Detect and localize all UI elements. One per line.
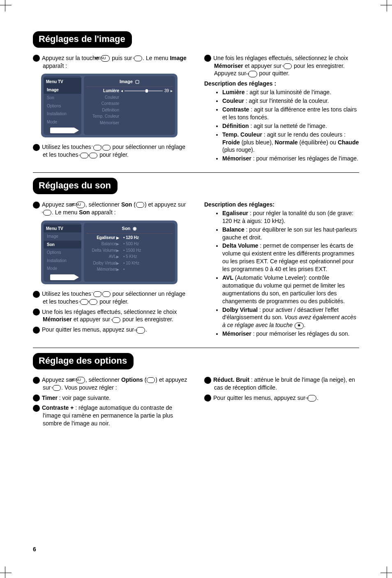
step-number-3-icon: 3 [33,309,40,316]
osd-row-value: • 500 Hz [121,241,173,247]
osd-left-item: Image [44,232,81,241]
text: pour quitter. [258,70,290,77]
text: et appuyer sur [243,63,283,69]
osd-left-item: Installation [44,110,81,118]
right-button-icon: › [53,385,61,391]
down-button-icon: ˅ [147,377,155,383]
osd-row-label: Contraste [86,101,121,107]
step-number-1-icon: 1 [33,377,40,384]
text-bold: Réduct. Bruit [213,376,249,383]
right-button-icon: › [284,63,292,69]
sound-step-3: 3Une fois les réglages effectués, sélect… [33,308,188,324]
osd-left-item: Options [44,102,81,110]
crop-mark [0,5,12,5]
page-number: 6 [33,546,36,553]
list-item: Lumière : agit sur la luminosité de l'im… [222,88,359,96]
list-item: Définition : agit sur la netteté de l'im… [222,122,359,130]
left-button-icon: ‹ [80,153,88,158]
osd-right-title: Image ▢ [86,78,173,87]
sound-step-1: 1Appuyez sur MENU, sélectionner Son (˅) … [33,201,188,216]
osd-row-label: Delta Volume▶ [86,248,121,253]
osd-row-label: AVL▶ [86,254,121,260]
osd-slider: ◂39▸ [121,88,173,94]
step-number-2-icon: 2 [33,395,40,402]
text: . [317,395,318,401]
list-item: Mémoriser : pour mémoriser les réglages … [222,155,359,162]
down-button-icon: ˅ [136,202,144,208]
text: pour les enregistrer. [121,316,173,323]
options-step-5: 5Pour quitter les menus, appuyez sur ▭. [204,394,359,402]
right-button-icon: › [43,210,51,216]
text: . Le menu [52,209,79,216]
step-number-4-icon: 4 [33,327,40,334]
text: apparaît : [90,209,116,216]
list-item: Dolby Virtual : pour activer / désactive… [222,306,359,330]
options-step-2: 2Timer : voir page suivante. [33,394,188,402]
osd-left-title: Menu TV [44,78,81,86]
text: pour régler. [98,298,129,305]
list-item: Delta Volume : permet de compenser les é… [222,242,359,273]
text: Utilisez les touches [42,290,93,297]
menu-button-icon: MENU [76,202,85,208]
osd-arrow-icon [50,128,75,133]
text: : voir page suivante. [58,395,111,401]
text: Une fois les réglages effectués, sélecti… [42,309,177,315]
exit-button-icon: ▭ [136,327,145,334]
osd-row-value: • 10 KHz [121,260,173,266]
text: Pour quitter les menus, appuyez sur [213,395,307,401]
right-button-icon: › [89,153,97,158]
surround-button-icon: ✱ [295,323,304,329]
options-step-3: 3Contraste + : réglage automatique du co… [33,404,188,427]
menu-button-icon: MENU [101,55,110,62]
osd-sound-menu: Menu TV Image Son Options Installation M… [41,221,178,284]
osd-row-label: Mémoriser▶ [86,267,121,272]
osd-left-item: Mode [44,265,81,273]
step-number-2-icon: 2 [33,291,40,298]
text: Pour quitter les menus, appuyez sur [42,326,136,333]
down-button-icon: ˅ [102,291,111,297]
text-bold: Mémoriser [43,316,72,323]
sound-step-2: 2Utilisez les touches ˄˅ pour sélectionn… [33,290,188,306]
osd-row-label: Lumière [86,88,121,94]
section-title-sound: Réglages du son [33,178,118,194]
text: ) et appuyez sur [145,201,186,208]
right-button-icon: › [134,56,142,61]
text: . [145,326,147,333]
step-number-2-icon: 2 [33,144,40,151]
text: . Vous pouvez régler : [61,384,117,391]
osd-left-item: Son [44,241,81,249]
osd-left-item: Son [44,94,81,102]
text: , sélectionner [85,201,121,208]
crop-mark [0,573,12,573]
osd-row-label: Egaliseur ▶ [86,235,121,241]
list-item: Mémoriser : pour mémoriser les réglages … [222,330,359,338]
crop-mark [380,5,392,5]
step-number-5-icon: 5 [204,395,211,402]
osd-row-value: • 5 KHz [121,254,173,260]
list-item: Couleur : agit sur l'intensité de la cou… [222,97,359,105]
image-desc-list: Lumière : agit sur la luminosité de l'im… [204,88,359,162]
crop-mark [5,566,5,578]
text: Une fois les réglages effectués, sélecti… [213,55,348,61]
right-button-icon: › [89,299,97,305]
menu-button-icon: MENU [76,377,85,383]
crop-mark [5,0,5,12]
text-bold: Son [79,209,90,216]
text: apparaît : [43,63,67,69]
list-item: Balance : pour équilibrer le son sur les… [222,226,359,241]
image-step-1: 1Appuyez sur la touche MENU puis sur ›. … [33,54,188,70]
step-number-3-icon: 3 [33,405,40,412]
text: . Le menu [143,55,170,61]
text-bold: Son [121,201,132,208]
exit-button-icon: ▭ [248,71,257,77]
options-step-4: 4Réduct. Bruit : atténue le bruit de l'i… [204,376,359,392]
text: pour régler. [98,151,129,158]
step-number-3-icon: 3 [204,55,211,62]
osd-right-title: Son ◉ [86,225,173,234]
crop-mark [387,566,387,578]
osd-row-label: Dolby Virtual▶ [86,260,121,266]
exit-button-icon: ▭ [307,395,316,402]
text-bold: Image [170,55,186,61]
step-number-1-icon: 1 [33,202,40,209]
osd-row-value: • 1500 Hz [121,248,173,253]
